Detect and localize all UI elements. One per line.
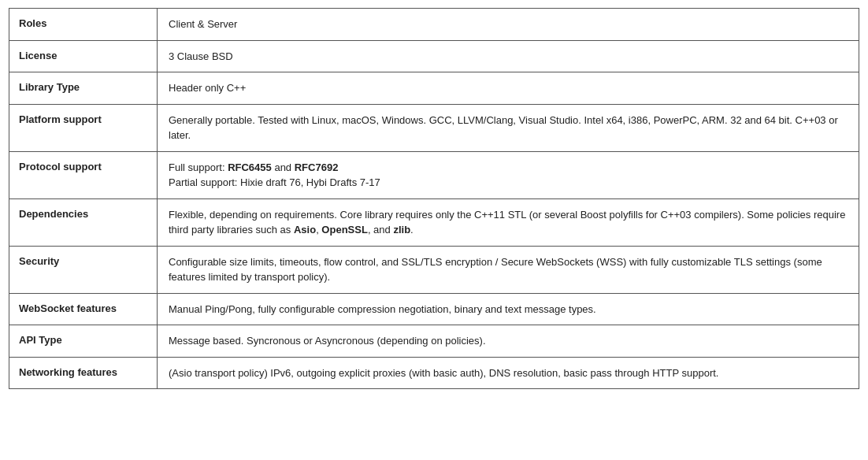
value-protocol-support: Full support: RFC6455 and RFC7692Partial… bbox=[158, 152, 859, 198]
feature-table: RolesClient & ServerLicense3 Clause BSDL… bbox=[9, 8, 859, 389]
label-protocol-support: Protocol support bbox=[9, 152, 158, 198]
label-networking-features: Networking features bbox=[9, 358, 158, 389]
table-row: DependenciesFlexible, depending on requi… bbox=[9, 199, 859, 247]
label-dependencies: Dependencies bbox=[9, 199, 158, 246]
table-row: RolesClient & Server bbox=[9, 9, 859, 41]
table-row: Platform supportGenerally portable. Test… bbox=[9, 105, 859, 152]
table-row: API TypeMessage based. Syncronous or Asy… bbox=[9, 325, 859, 358]
table-row: SecurityConfigurable size limits, timeou… bbox=[9, 247, 859, 294]
label-roles: Roles bbox=[9, 9, 158, 40]
value-license: 3 Clause BSD bbox=[158, 41, 859, 72]
label-api-type: API Type bbox=[9, 325, 158, 357]
table-row: Networking features(Asio transport polic… bbox=[9, 358, 859, 389]
value-platform-support: Generally portable. Tested with Linux, m… bbox=[158, 105, 859, 151]
value-dependencies: Flexible, depending on requirements. Cor… bbox=[158, 199, 859, 246]
value-security: Configurable size limits, timeouts, flow… bbox=[158, 247, 859, 293]
label-library-type: Library Type bbox=[9, 72, 158, 104]
value-api-type: Message based. Syncronous or Asyncronous… bbox=[158, 325, 859, 357]
label-platform-support: Platform support bbox=[9, 105, 158, 151]
table-row: Protocol supportFull support: RFC6455 an… bbox=[9, 152, 859, 199]
table-row: WebSocket featuresManual Ping/Pong, full… bbox=[9, 294, 859, 326]
value-library-type: Header only C++ bbox=[158, 72, 859, 104]
table-row: License3 Clause BSD bbox=[9, 41, 859, 73]
table-row: Library TypeHeader only C++ bbox=[9, 72, 859, 105]
label-security: Security bbox=[9, 247, 158, 293]
label-license: License bbox=[9, 41, 158, 72]
value-networking-features: (Asio transport policy) IPv6, outgoing e… bbox=[158, 358, 859, 389]
value-websocket-features: Manual Ping/Pong, fully configurable com… bbox=[158, 294, 859, 325]
value-roles: Client & Server bbox=[158, 9, 859, 40]
label-websocket-features: WebSocket features bbox=[9, 294, 158, 325]
